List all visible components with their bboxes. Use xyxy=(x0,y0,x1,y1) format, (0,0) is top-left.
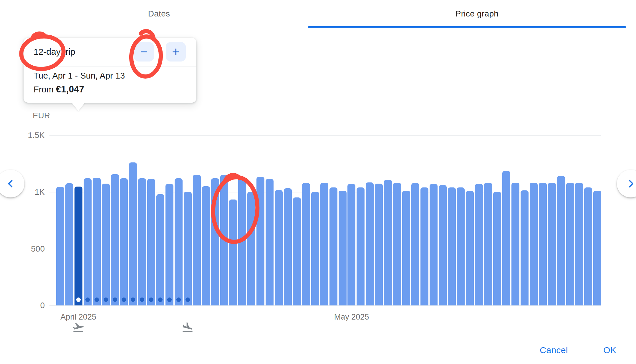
price-bar[interactable] xyxy=(539,183,547,305)
price-bar[interactable] xyxy=(84,178,92,305)
price-value: €1,047 xyxy=(56,84,85,94)
price-bar[interactable] xyxy=(56,187,64,305)
price-bar[interactable] xyxy=(530,183,538,305)
price-bar[interactable] xyxy=(211,178,219,305)
price-bar[interactable] xyxy=(266,179,274,305)
price-bar[interactable] xyxy=(593,191,601,305)
price-bar[interactable] xyxy=(566,183,574,305)
trip-day-dot xyxy=(104,297,108,302)
from-label: From xyxy=(34,85,56,94)
trip-summary-tooltip: 12-day trip − + Tue, Apr 1 - Sun, Apr 13… xyxy=(24,38,196,103)
price-bar[interactable] xyxy=(120,178,128,305)
y-tick-0: 0 xyxy=(12,301,45,310)
trip-price: From €1,047 xyxy=(34,84,84,95)
price-bar[interactable] xyxy=(575,183,583,305)
price-bar[interactable] xyxy=(557,176,565,305)
price-bar[interactable] xyxy=(138,178,146,305)
trip-day-dot xyxy=(122,297,126,302)
price-bar[interactable] xyxy=(430,184,438,305)
price-bar[interactable] xyxy=(584,187,592,305)
selected-price-bar[interactable] xyxy=(74,187,82,305)
price-graph-dialog: Dates Price graph 12-day trip − + Tue, A… xyxy=(0,0,636,364)
price-bar[interactable] xyxy=(484,183,492,305)
trip-day-dot xyxy=(186,297,190,302)
tab-dates[interactable]: Dates xyxy=(0,0,318,28)
tab-bar: Dates Price graph xyxy=(0,0,636,28)
price-bar[interactable] xyxy=(229,200,237,305)
trip-day-dot xyxy=(176,297,181,302)
trip-start-dot xyxy=(76,297,81,302)
cancel-button[interactable]: Cancel xyxy=(527,343,580,357)
price-bar[interactable] xyxy=(493,192,501,305)
price-bar[interactable] xyxy=(521,190,529,305)
y-tick-500: 500 xyxy=(12,245,45,253)
price-bar[interactable] xyxy=(311,192,319,305)
decrease-trip-length-button[interactable]: − xyxy=(134,42,154,62)
tooltip-divider xyxy=(24,66,196,67)
trip-day-dot xyxy=(140,297,144,302)
tab-price-graph[interactable]: Price graph xyxy=(318,0,636,28)
price-bar[interactable] xyxy=(102,184,110,305)
price-bar[interactable] xyxy=(548,183,556,305)
price-bar[interactable] xyxy=(129,162,137,305)
price-bar[interactable] xyxy=(384,180,392,305)
price-bar[interactable] xyxy=(302,183,310,305)
next-dates-button[interactable] xyxy=(617,170,636,197)
price-bar[interactable] xyxy=(65,183,73,305)
price-bar[interactable] xyxy=(357,187,365,305)
price-bar[interactable] xyxy=(165,184,173,305)
x-label-april: April 2025 xyxy=(43,313,114,322)
price-bar[interactable] xyxy=(93,178,101,305)
tooltip-header: 12-day trip − + xyxy=(24,38,196,66)
chevron-right-icon xyxy=(625,178,636,190)
trip-day-dot xyxy=(131,297,135,302)
trip-date-range: Tue, Apr 1 - Sun, Apr 13 xyxy=(34,71,125,81)
price-bar[interactable] xyxy=(466,191,474,305)
price-bar[interactable] xyxy=(420,187,428,305)
trip-day-dot xyxy=(85,297,90,302)
price-bar[interactable] xyxy=(193,175,201,305)
price-bar[interactable] xyxy=(366,182,374,305)
price-bar[interactable] xyxy=(247,192,255,305)
active-tab-indicator xyxy=(308,26,626,28)
price-bar[interactable] xyxy=(202,186,210,305)
price-bar[interactable] xyxy=(156,194,164,305)
selected-bar-connector-line xyxy=(78,110,78,188)
trip-day-dot xyxy=(149,297,153,302)
price-bar[interactable] xyxy=(184,192,192,305)
ok-button[interactable]: OK xyxy=(591,343,629,357)
price-bar[interactable] xyxy=(238,178,246,305)
price-bar[interactable] xyxy=(457,187,465,305)
price-bar[interactable] xyxy=(329,187,337,305)
chevron-left-icon xyxy=(5,178,16,190)
price-bar[interactable] xyxy=(347,184,355,305)
price-bar[interactable] xyxy=(256,177,264,305)
price-bar[interactable] xyxy=(511,183,519,305)
price-bar[interactable] xyxy=(339,191,347,305)
trip-day-dot xyxy=(167,297,172,302)
trip-length-label: 12-day trip xyxy=(34,38,75,66)
price-bar[interactable] xyxy=(111,174,119,305)
price-bar[interactable] xyxy=(502,171,510,305)
increase-trip-length-button[interactable]: + xyxy=(166,42,186,62)
flight-land-icon xyxy=(181,321,194,334)
price-bar[interactable] xyxy=(439,185,447,305)
x-label-may: May 2025 xyxy=(316,313,387,322)
price-bar[interactable] xyxy=(411,183,419,305)
price-bar[interactable] xyxy=(175,178,183,305)
trip-day-dot xyxy=(113,297,117,302)
price-bar[interactable] xyxy=(284,188,292,305)
price-bar[interactable] xyxy=(448,187,456,305)
minus-icon: − xyxy=(140,45,148,58)
gridline-1500 xyxy=(49,135,601,136)
price-bar[interactable] xyxy=(147,179,155,305)
price-bar[interactable] xyxy=(393,183,401,305)
y-tick-1500: 1.5K xyxy=(12,131,45,140)
price-bar[interactable] xyxy=(293,197,301,305)
price-bar[interactable] xyxy=(402,191,410,305)
price-bar[interactable] xyxy=(220,175,228,305)
price-bar[interactable] xyxy=(320,183,328,305)
price-bar[interactable] xyxy=(375,184,383,305)
price-bar[interactable] xyxy=(475,184,483,305)
price-bar[interactable] xyxy=(275,190,283,305)
